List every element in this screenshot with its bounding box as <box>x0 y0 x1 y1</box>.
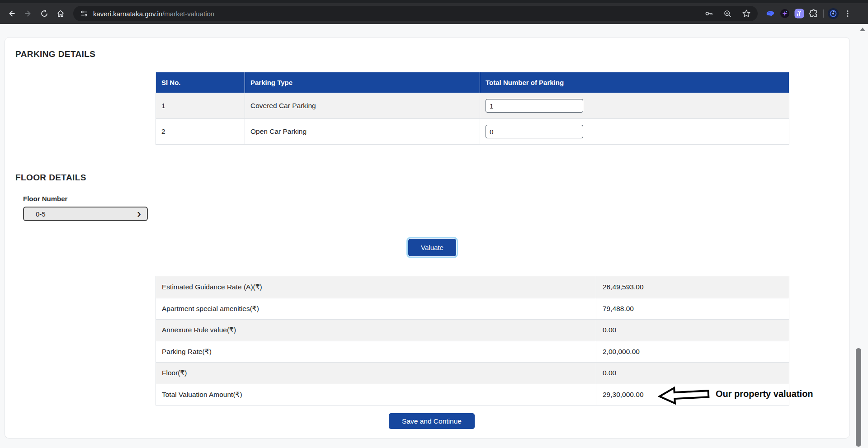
browser-toolbar: kaveri.karnataka.gov.in/market-valuation <box>0 3 868 24</box>
reload-icon <box>40 9 49 18</box>
triangle-up-icon <box>860 28 865 31</box>
table-row: Apartment special amenities(₹) 79,488.00 <box>156 298 789 320</box>
toolbar-separator <box>823 9 824 18</box>
table-row: Parking Rate(₹) 2,00,000.00 <box>156 341 789 363</box>
cell-parking-type: Covered Car Parking <box>245 93 480 118</box>
table-row: Annexure Rule value(₹) 0.00 <box>156 319 789 341</box>
cell-sl-no: 2 <box>156 127 245 136</box>
content-card: PARKING DETAILS Sl No. Parking Type Tota… <box>5 37 850 439</box>
tab-strip <box>0 0 868 3</box>
valuation-value: 26,49,593.00 <box>596 276 789 298</box>
cell-sl-no: 1 <box>156 102 245 110</box>
forward-button[interactable] <box>20 5 36 22</box>
scrollbar-up-arrow[interactable] <box>859 26 866 33</box>
covered-parking-input[interactable] <box>486 99 583 113</box>
valuate-button[interactable]: Valuate <box>408 239 456 256</box>
back-arrow-icon <box>7 9 16 18</box>
table-row: 1 Covered Car Parking <box>156 93 789 118</box>
valuation-value: 0.00 <box>596 320 789 341</box>
annotation-text: Our property valuation <box>716 389 813 399</box>
header-total-parking: Total Number of Parking <box>480 72 789 93</box>
zoom-button[interactable] <box>723 9 732 19</box>
floor-number-select[interactable]: 0-5 ❯ <box>23 207 148 221</box>
reload-button[interactable] <box>36 5 52 22</box>
save-and-continue-button[interactable]: Save and Continue <box>389 413 475 429</box>
profile-avatar[interactable] <box>826 6 840 21</box>
parking-table: Sl No. Parking Type Total Number of Park… <box>156 72 789 145</box>
floor-number-label: Floor Number <box>23 195 67 203</box>
puzzle-icon <box>809 9 819 19</box>
browser-menu-button[interactable] <box>840 6 855 21</box>
open-parking-input[interactable] <box>486 125 583 138</box>
table-row: 2 Open Car Parking <box>156 118 789 144</box>
parking-table-header: Sl No. Parking Type Total Number of Park… <box>156 72 789 93</box>
header-sl-no: Sl No. <box>156 72 245 93</box>
annotation-arrow-icon <box>658 384 710 406</box>
extensions-bar <box>763 6 855 21</box>
extension-analytics[interactable] <box>792 6 807 21</box>
valuation-value: 2,00,000.00 <box>596 341 789 363</box>
back-button[interactable] <box>4 5 20 22</box>
cell-parking-count <box>480 119 789 144</box>
table-row: Estimated Guidance Rate (A)(₹) 26,49,593… <box>156 276 789 298</box>
valuation-label: Total Valuation Amount(₹) <box>156 391 596 399</box>
password-manager-button[interactable] <box>704 9 714 19</box>
three-dots-icon <box>844 9 852 18</box>
valuation-value: 0.00 <box>596 363 789 384</box>
floor-details-heading: FLOOR DETAILS <box>15 173 86 183</box>
chevron-down-icon: ❯ <box>137 211 142 217</box>
extensions-menu-button[interactable] <box>807 6 821 21</box>
home-icon <box>56 9 65 18</box>
profile-icon <box>827 8 839 19</box>
whale-icon <box>765 9 775 19</box>
url-text: kaveri.karnataka.gov.in/market-valuation <box>93 10 214 18</box>
bookmark-button[interactable] <box>741 9 751 19</box>
chart-badge-icon <box>794 8 805 19</box>
valuation-label: Estimated Guidance Rate (A)(₹) <box>156 283 596 291</box>
site-info-icon[interactable] <box>80 9 89 18</box>
header-parking-type: Parking Type <box>245 72 480 93</box>
parking-details-heading: PARKING DETAILS <box>15 49 95 59</box>
valuation-label: Apartment special amenities(₹) <box>156 305 596 313</box>
star-icon <box>741 9 751 19</box>
key-icon <box>704 9 714 19</box>
cell-parking-type: Open Car Parking <box>245 119 480 144</box>
valuation-label: Floor(₹) <box>156 369 596 377</box>
valuation-label: Parking Rate(₹) <box>156 348 596 356</box>
extension-galaxy[interactable] <box>778 6 792 21</box>
galaxy-icon <box>779 8 790 19</box>
address-bar[interactable]: kaveri.karnataka.gov.in/market-valuation <box>73 6 758 21</box>
page-background: PARKING DETAILS Sl No. Parking Type Tota… <box>0 24 868 448</box>
table-row: Floor(₹) 0.00 <box>156 362 789 384</box>
home-button[interactable] <box>52 5 69 22</box>
valuation-label: Annexure Rule value(₹) <box>156 326 596 334</box>
valuation-value: 79,488.00 <box>596 298 789 320</box>
scrollbar-thumb[interactable] <box>856 348 861 447</box>
magnifier-plus-icon <box>723 9 732 19</box>
floor-number-value: 0-5 <box>36 210 46 218</box>
extension-whale[interactable] <box>763 6 778 21</box>
cell-parking-count <box>480 93 789 118</box>
forward-arrow-icon <box>24 9 33 18</box>
